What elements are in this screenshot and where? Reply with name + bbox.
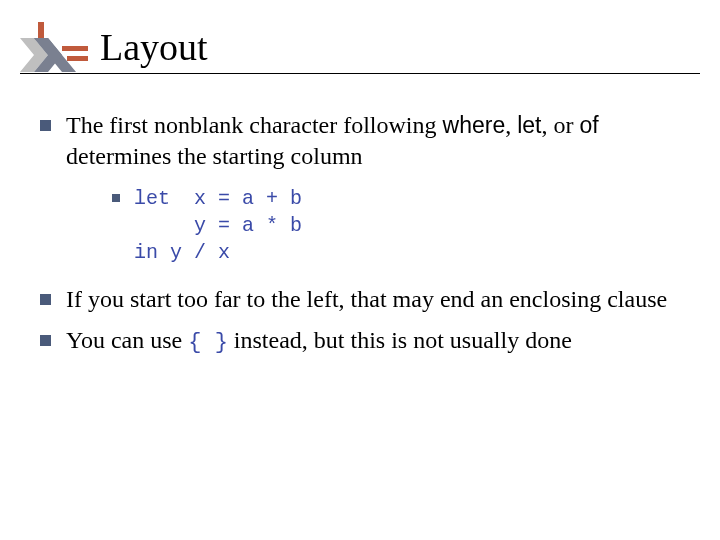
title-divider [20, 73, 700, 74]
slide-title: Layout [100, 28, 208, 66]
bullet-item-1: The first nonblank character following w… [36, 110, 684, 266]
bullet-item-2: If you start too far to the left, that m… [36, 284, 684, 315]
keyword-where: where [443, 112, 506, 138]
slide: Layout The first nonblank character foll… [0, 0, 720, 540]
text: If you start too far to the left, that m… [66, 286, 667, 312]
svg-rect-6 [67, 56, 88, 61]
keyword-let: let [517, 112, 541, 138]
slide-body: The first nonblank character following w… [36, 110, 684, 367]
text: , [505, 112, 517, 138]
code-block: let x = a + b y = a * b in y / x [134, 185, 684, 266]
title-row: Layout [20, 22, 700, 72]
bullet-list: The first nonblank character following w… [36, 110, 684, 357]
text: determines the starting column [66, 143, 363, 169]
text: , or [542, 112, 580, 138]
keyword-of: of [580, 112, 599, 138]
haskell-logo-icon [20, 22, 90, 72]
sub-bullet-list: let x = a + b y = a * b in y / x [66, 185, 684, 266]
text: instead, but this is not usually done [228, 327, 572, 353]
svg-rect-0 [38, 22, 44, 38]
svg-rect-5 [62, 46, 88, 51]
bullet-item-3: You can use { } instead, but this is not… [36, 325, 684, 357]
sub-bullet-code: let x = a + b y = a * b in y / x [110, 185, 684, 266]
text: The first nonblank character following [66, 112, 443, 138]
text: You can use [66, 327, 188, 353]
code-braces: { } [188, 330, 228, 355]
